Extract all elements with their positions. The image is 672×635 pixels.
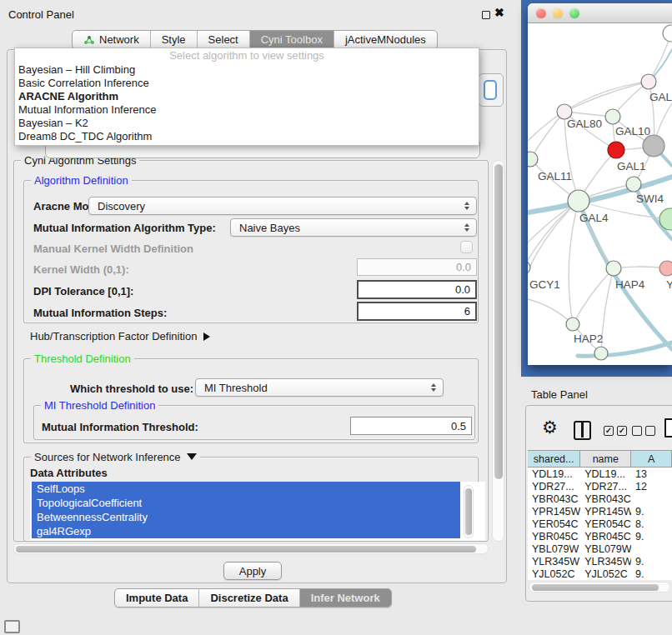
gray-edge[interactable] — [614, 267, 667, 268]
gray-edge[interactable] — [569, 201, 579, 324]
algorithm-option[interactable]: Dream8 DC_TDC Algorithm — [15, 130, 479, 143]
table-row[interactable]: YLR345WYLR345W9. — [528, 555, 672, 568]
table-horizontal-scrollbar[interactable] — [529, 582, 670, 592]
network-node-GAL1[interactable] — [608, 142, 624, 158]
attributes-scrollbar-thumb[interactable] — [465, 488, 472, 535]
settings-vertical-scrollbar[interactable] — [492, 160, 504, 542]
algorithm-option[interactable]: Bayesian – K2 — [15, 117, 479, 130]
network-window[interactable]: GAL7GAL80GAL10GAL1GAL11SWI4GAL4GCY1HAP4Y… — [528, 3, 672, 365]
unchecked-box-icon — [632, 426, 642, 436]
table-cell: YDL19... — [528, 468, 580, 480]
table-row[interactable]: YJL052CYJL052C9. — [528, 568, 672, 580]
tab-label: Impute Data — [126, 592, 188, 604]
network-node-bottom[interactable] — [594, 347, 608, 360]
settings-vertical-scrollbar-thumb[interactable] — [494, 164, 503, 479]
manual-kernel-checkbox[interactable] — [460, 241, 473, 253]
sources-group-title[interactable]: Sources for Network Inference — [31, 451, 200, 463]
network-node-top[interactable] — [663, 25, 672, 42]
minimized-panel-icon[interactable] — [4, 620, 20, 633]
table-horizontal-scrollbar-thumb[interactable] — [532, 584, 659, 591]
close-traffic-light-icon[interactable] — [536, 8, 546, 18]
data-attributes-list[interactable]: SelfLoopsTopologicalCoefficientBetweenne… — [30, 482, 485, 541]
spinner-arrows-icon — [464, 223, 469, 232]
split-columns-icon[interactable] — [574, 421, 591, 440]
network-node-GAL4[interactable] — [568, 190, 589, 212]
network-node-GAL7[interactable] — [641, 74, 656, 89]
network-node-HAP2[interactable] — [566, 318, 579, 331]
table-column-header[interactable]: A — [631, 451, 672, 467]
node-label-GAL1: GAL1 — [617, 160, 646, 172]
network-node-gray[interactable] — [643, 135, 664, 157]
mi-steps-field[interactable]: 6 — [357, 302, 477, 321]
mi-threshold-field[interactable]: 0.5 — [350, 417, 472, 435]
network-node-GCY1[interactable] — [528, 261, 530, 274]
tab-jactivemnodules[interactable]: jActiveMNodules — [334, 31, 437, 48]
table-cell: YJL052C — [580, 568, 631, 580]
table-row[interactable]: YPR145WYPR145W9. — [528, 505, 672, 518]
algorithm-option[interactable]: Mutual Information Inference — [15, 103, 479, 117]
tab-infer-network[interactable]: Infer Network — [300, 589, 391, 607]
kernel-width-field[interactable]: 0.0 — [357, 258, 477, 276]
network-node-HAP4[interactable] — [606, 261, 621, 276]
network-node-GAL11[interactable] — [528, 152, 538, 167]
gray-edge[interactable] — [530, 112, 564, 159]
tab-impute-data[interactable]: Impute Data — [115, 589, 199, 607]
minimize-traffic-light-icon[interactable] — [553, 8, 563, 18]
table-row[interactable]: YDL19...YDL19...13 — [528, 468, 672, 480]
table-row[interactable]: YBR045CYBR045C9. — [528, 530, 672, 542]
table-column-header[interactable]: shared... — [528, 451, 580, 467]
select-all-columns-icon[interactable]: ✓ ✓ — [604, 426, 627, 436]
hub-definition-toggle[interactable]: Hub/Transcription Factor Definition — [30, 330, 210, 342]
table-row[interactable]: YER054CYER054C8. — [528, 518, 672, 530]
table-row[interactable]: YDR27...YDR27...12 — [528, 480, 672, 492]
table-column-header[interactable]: name — [580, 451, 631, 467]
network-graph[interactable]: GAL7GAL80GAL10GAL1GAL11SWI4GAL4GCY1HAP4Y… — [528, 24, 672, 365]
dpi-tolerance-field[interactable]: 0.0 — [357, 280, 477, 299]
mi-type-select[interactable]: Naive Bayes — [230, 218, 477, 237]
network-window-titlebar[interactable] — [528, 3, 672, 23]
settings-horizontal-scrollbar-thumb[interactable] — [16, 546, 476, 552]
collapse-arrow-icon[interactable] — [187, 453, 197, 460]
data-attribute-item[interactable]: SelfLoops — [32, 482, 460, 496]
apply-button[interactable]: Apply — [223, 562, 282, 580]
which-threshold-select[interactable]: MI Threshold — [195, 378, 444, 397]
tab-discretize-data[interactable]: Discretize Data — [199, 589, 299, 607]
expand-arrow-icon[interactable] — [203, 332, 210, 341]
table-cell: YJL052C — [528, 568, 580, 580]
tab-style[interactable]: Style — [151, 31, 198, 48]
float-window-icon[interactable] — [482, 11, 490, 19]
data-attribute-item[interactable]: BetweennessCentrality — [32, 510, 460, 524]
gray-edge[interactable] — [564, 82, 649, 112]
bottom-tabs: Impute DataDiscretize DataInfer Network — [114, 588, 392, 608]
algorithm-option[interactable]: Basic Correlation Inference — [15, 77, 479, 90]
network-node-SWI4[interactable] — [626, 177, 641, 192]
close-icon[interactable]: ✖ — [494, 6, 504, 19]
network-node-GAL10[interactable] — [605, 109, 620, 124]
tab-network[interactable]: Network — [73, 31, 151, 48]
table-panel-title: Table Panel — [531, 388, 588, 401]
algorithm-option[interactable]: Bayesian – Hill Climbing — [15, 63, 479, 77]
table-cell: YBL079W — [580, 543, 631, 555]
table-row[interactable]: YBL079WYBL079W — [528, 542, 672, 555]
gray-edge[interactable] — [528, 299, 573, 324]
gear-icon[interactable]: ⚙ — [542, 419, 558, 437]
aracne-mode-select[interactable]: Discovery — [88, 197, 477, 215]
document-icon[interactable] — [664, 418, 672, 438]
zoom-traffic-light-icon[interactable] — [569, 8, 579, 18]
data-attribute-item[interactable]: TopologicalCoefficient — [32, 496, 460, 510]
data-attribute-item[interactable]: gal4RGexp — [32, 524, 460, 538]
algorithm-option[interactable]: ARACNE Algorithm — [15, 90, 479, 103]
network-icon — [83, 35, 95, 45]
node-label-GAL10: GAL10 — [615, 125, 650, 138]
network-node-salmon[interactable] — [659, 261, 672, 276]
node-table[interactable]: shared...nameA YDL19...YDL19...13YDR27..… — [528, 450, 672, 580]
settings-horizontal-scrollbar[interactable] — [13, 543, 489, 554]
network-canvas[interactable]: GAL7GAL80GAL10GAL1GAL11SWI4GAL4GCY1HAP4Y… — [528, 24, 672, 365]
deselect-all-columns-icon[interactable] — [632, 426, 655, 436]
attributes-scrollbar[interactable] — [464, 485, 474, 538]
tab-select[interactable]: Select — [198, 31, 250, 48]
tab-cyni-toolbox[interactable]: Cyni Toolbox — [250, 31, 334, 48]
table-row[interactable]: YBR043CYBR043C — [528, 492, 672, 505]
tab-label: Network — [99, 33, 139, 46]
dpi-tolerance-label: DPI Tolerance [0,1]: — [33, 285, 133, 298]
